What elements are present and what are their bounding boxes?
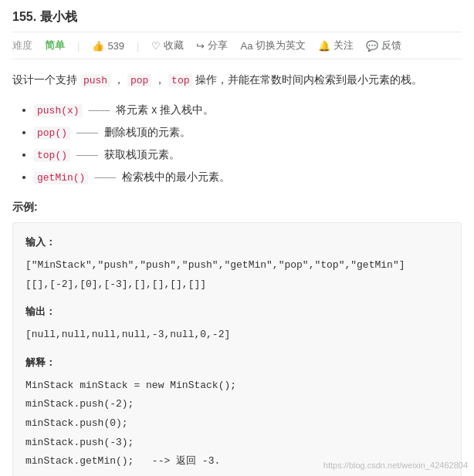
difficulty-label: 难度: [12, 39, 32, 52]
example-title: 示例:: [12, 201, 462, 214]
explanation-block: 解释： MinStack minStack = new MinStack(); …: [25, 354, 449, 476]
operations-list: push(x) —— 将元素 x 推入栈中。 pop() —— 删除栈顶的元素。…: [12, 99, 462, 188]
input-line1: ["MinStack","push","push","push","getMin…: [25, 256, 449, 275]
feedback-button[interactable]: 💬 反馈: [366, 39, 401, 52]
operation-top: top() —— 获取栈顶元素。: [34, 143, 462, 166]
title-row: 155. 最小栈: [12, 9, 462, 25]
share-icon: ↪: [196, 40, 205, 52]
input-block: 输入： ["MinStack","push","push","push","ge…: [25, 234, 449, 294]
example-section: 示例: 输入： ["MinStack","push","push","push"…: [12, 201, 462, 476]
example-box: 输入： ["MinStack","push","push","push","ge…: [12, 222, 462, 476]
output-label: 输出：: [25, 303, 449, 322]
explanation-line-3: minStack.push(-3);: [25, 434, 449, 453]
description-text: 设计一个支持 push ， pop ， top 操作，并能在常数时间内检索到最小…: [12, 70, 462, 89]
explanation-line-2: minStack.push(0);: [25, 414, 449, 434]
divider1: |: [77, 40, 80, 52]
input-label: 输入：: [25, 234, 449, 253]
difficulty-value: 简单: [45, 39, 65, 52]
divider2: |: [137, 40, 139, 52]
like-button[interactable]: 👍 539: [92, 40, 124, 52]
problem-title: 155. 最小栈: [12, 9, 77, 25]
follow-button[interactable]: 🔔 关注: [318, 39, 354, 52]
explanation-line-1: minStack.push(-2);: [25, 395, 449, 414]
page-container: 155. 最小栈 难度 简单 | 👍 539 | ♡ 收藏 ↪ 分享 Aa 切换…: [0, 0, 474, 476]
meta-bar: 难度 简单 | 👍 539 | ♡ 收藏 ↪ 分享 Aa 切换为英文 🔔 关注 …: [12, 32, 462, 59]
like-count: 539: [107, 40, 124, 52]
operation-push: push(x) —— 将元素 x 推入栈中。: [34, 99, 462, 121]
explanation-label: 解释：: [25, 354, 449, 373]
explanation-line-5: minStack.pop();: [25, 471, 449, 476]
input-line2: [[],[-2],[0],[-3],[],[],[],[]]: [25, 275, 449, 295]
collect-button[interactable]: ♡ 收藏: [151, 39, 184, 52]
share-label: 分享: [208, 39, 228, 52]
output-block: 输出： [null,null,null,null,-3,null,0,-2]: [25, 303, 449, 344]
explanation-line-4: minStack.getMin(); --> 返回 -3.: [25, 452, 449, 471]
operation-pop: pop() —— 删除栈顶的元素。: [34, 121, 462, 143]
follow-label: 关注: [333, 39, 354, 52]
thumb-icon: 👍: [92, 40, 104, 52]
heart-icon: ♡: [151, 40, 161, 52]
problem-number: 155.: [12, 10, 36, 23]
explanation-line-0: MinStack minStack = new MinStack();: [25, 376, 449, 396]
collect-label: 收藏: [164, 39, 184, 52]
translate-button[interactable]: Aa 切换为英文: [240, 39, 306, 52]
share-button[interactable]: ↪ 分享: [196, 39, 228, 52]
problem-title-text: 最小栈: [40, 10, 77, 23]
feedback-label: 反馈: [381, 39, 401, 52]
output-value: [null,null,null,null,-3,null,0,-2]: [25, 326, 449, 345]
follow-icon: 🔔: [318, 40, 330, 52]
operation-getmin: getMin() —— 检索栈中的最小元素。: [34, 166, 462, 188]
translate-icon: Aa: [240, 40, 252, 52]
feedback-icon: 💬: [366, 40, 378, 52]
translate-label: 切换为英文: [256, 39, 306, 52]
